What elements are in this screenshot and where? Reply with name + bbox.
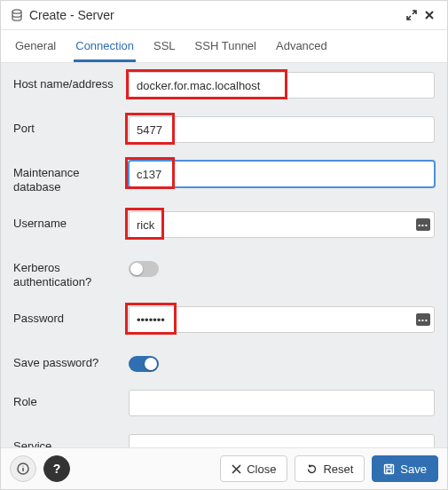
role-label: Role bbox=[13, 390, 120, 409]
dialog-footer: ? Close Reset bbox=[1, 447, 447, 489]
maintenance-db-input[interactable] bbox=[129, 161, 435, 187]
save-password-label: Save password? bbox=[13, 351, 120, 370]
host-input[interactable] bbox=[129, 72, 435, 99]
save-icon bbox=[383, 463, 395, 475]
service-input[interactable] bbox=[129, 434, 435, 447]
password-options-icon[interactable]: ••• bbox=[416, 313, 430, 326]
reset-button[interactable]: Reset bbox=[295, 455, 365, 482]
reset-icon bbox=[306, 463, 318, 475]
kerberos-label: Kerberos authentication? bbox=[13, 256, 120, 288]
username-options-icon[interactable]: ••• bbox=[416, 218, 430, 231]
help-button[interactable]: ? bbox=[43, 455, 70, 482]
svg-point-0 bbox=[12, 10, 21, 13]
info-button[interactable] bbox=[10, 455, 36, 482]
titlebar: Create - Server bbox=[1, 1, 447, 30]
username-label: Username bbox=[13, 211, 120, 231]
close-x-icon bbox=[232, 464, 241, 474]
maintenance-db-label: Maintenance database bbox=[13, 161, 120, 194]
username-input[interactable] bbox=[129, 211, 435, 238]
tab-advanced[interactable]: Advanced bbox=[274, 30, 329, 62]
save-password-toggle[interactable] bbox=[129, 356, 159, 372]
svg-rect-5 bbox=[387, 470, 391, 473]
kerberos-toggle[interactable] bbox=[129, 261, 159, 277]
tab-ssl[interactable]: SSL bbox=[152, 30, 177, 62]
close-button[interactable]: Close bbox=[220, 455, 287, 482]
save-button-label: Save bbox=[400, 462, 427, 476]
role-input[interactable] bbox=[129, 390, 435, 416]
password-label: Password bbox=[13, 306, 120, 326]
host-label: Host name/address bbox=[13, 72, 120, 91]
port-label: Port bbox=[13, 116, 120, 136]
service-label: Service bbox=[13, 434, 120, 447]
dialog-title: Create - Server bbox=[29, 8, 114, 22]
form-body: Host name/address Port Maintenance datab… bbox=[1, 63, 447, 447]
close-icon[interactable] bbox=[420, 6, 438, 24]
port-input[interactable] bbox=[129, 116, 435, 143]
save-button[interactable]: Save bbox=[372, 455, 438, 482]
tab-bar: General Connection SSL SSH Tunnel Advanc… bbox=[1, 30, 447, 63]
tab-general[interactable]: General bbox=[13, 30, 58, 62]
close-button-label: Close bbox=[247, 462, 276, 476]
svg-point-3 bbox=[22, 465, 23, 466]
tab-ssh-tunnel[interactable]: SSH Tunnel bbox=[193, 30, 258, 62]
expand-icon[interactable] bbox=[403, 6, 420, 24]
server-icon bbox=[10, 8, 24, 22]
create-server-dialog: Create - Server General Connection SSL S… bbox=[0, 0, 448, 490]
tab-connection[interactable]: Connection bbox=[74, 30, 136, 62]
password-input[interactable] bbox=[129, 306, 435, 333]
reset-button-label: Reset bbox=[323, 462, 353, 476]
